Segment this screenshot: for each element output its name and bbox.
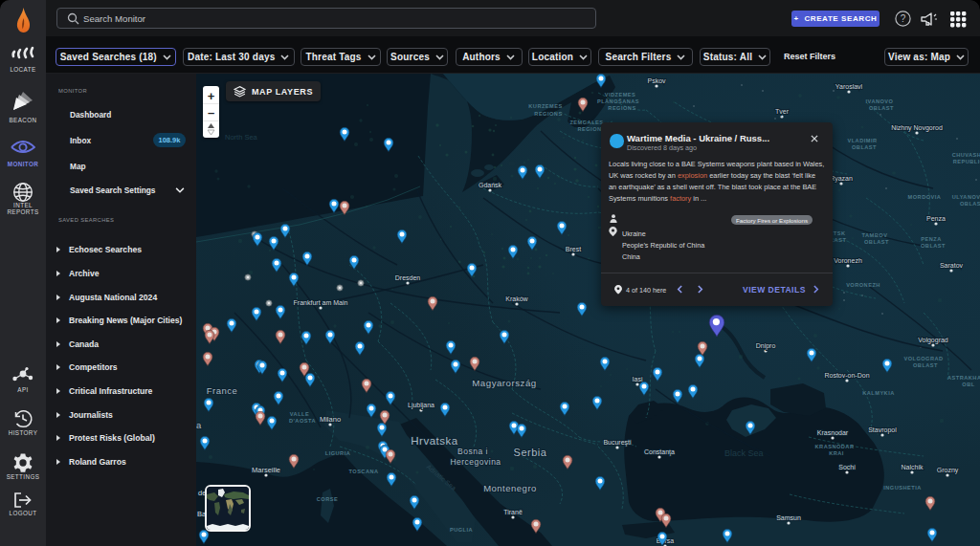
svg-text:IVANOVO: IVANOVO	[866, 98, 894, 104]
svg-text:Kraków: Kraków	[505, 295, 528, 302]
svg-text:KALMYKIA: KALMYKIA	[862, 390, 895, 396]
svg-text:France: France	[207, 385, 238, 396]
svg-text:LAST: LAST	[831, 237, 847, 243]
svg-text:Hrvatska: Hrvatska	[411, 435, 457, 447]
svg-text:OBLAST: OBLAST	[864, 239, 889, 245]
svg-text:Grozny: Grozny	[937, 467, 959, 474]
svg-text:Marseille: Marseille	[252, 466, 280, 474]
svg-text:VORONEZH: VORONEZH	[846, 282, 880, 288]
svg-text:CHUVASH: CHUVASH	[952, 152, 980, 158]
svg-text:Black Sea: Black Sea	[724, 448, 764, 458]
svg-text:PLĀNOŠANAS: PLĀNOŠANAS	[597, 98, 639, 104]
svg-text:Tver: Tver	[775, 108, 790, 115]
svg-text:OBLAST: OBLAST	[913, 362, 938, 368]
svg-text:CORSE: CORSE	[317, 496, 338, 502]
svg-text:Pskov: Pskov	[647, 77, 666, 84]
svg-text:Samsun: Samsun	[776, 514, 801, 521]
svg-text:VOLGOGRAD: VOLGOGRAD	[903, 356, 943, 361]
svg-text:Hercegovina: Hercegovina	[450, 457, 501, 467]
svg-text:?: ?	[901, 13, 906, 24]
svg-text:Constanţa: Constanţa	[644, 448, 675, 456]
svg-text:VIDZEMES: VIDZEMES	[605, 92, 636, 98]
svg-text:REGIONS: REGIONS	[534, 111, 562, 117]
svg-text:KRASNODAR: KRASNODAR	[815, 444, 855, 449]
svg-text:OBLAST: OBLAST	[921, 243, 946, 249]
svg-text:Serbia: Serbia	[514, 447, 547, 458]
svg-text:Iasi: Iasi	[633, 376, 643, 382]
svg-text:Brest: Brest	[566, 246, 581, 252]
svg-text:Ryazan: Ryazan	[830, 175, 853, 183]
svg-text:TAMBOV: TAMBOV	[862, 232, 888, 238]
svg-text:Magyarország: Magyarország	[472, 378, 536, 388]
svg-text:KURZEMES: KURZEMES	[528, 103, 562, 109]
svg-text:MORDOVIA: MORDOVIA	[908, 194, 942, 200]
svg-text:Volgograd: Volgograd	[918, 337, 948, 344]
svg-text:LIGURIA: LIGURIA	[325, 450, 351, 456]
svg-text:Nalchik: Nalchik	[902, 464, 924, 470]
svg-text:Krasnodar: Krasnodar	[817, 429, 849, 436]
svg-text:Dnipro: Dnipro	[756, 342, 776, 350]
svg-text:OBLAST: OBLAST	[960, 201, 980, 207]
svg-text:North Sea: North Sea	[225, 133, 258, 142]
svg-text:Montenegro: Montenegro	[483, 483, 537, 493]
svg-text:TOSCANA: TOSCANA	[348, 469, 378, 474]
svg-text:Rostov-on-Don: Rostov-on-Don	[824, 372, 869, 379]
svg-text:Ljubljana: Ljubljana	[408, 402, 434, 409]
svg-text:Penza: Penza	[926, 215, 946, 222]
svg-text:REGIONS: REGIONS	[608, 105, 635, 111]
svg-text:PUGLIA: PUGLIA	[450, 527, 473, 533]
svg-text:Stavropol: Stavropol	[868, 426, 897, 434]
svg-text:Gdańsk: Gdańsk	[479, 182, 502, 188]
svg-text:INGUSHETIA: INGUSHETIA	[883, 485, 922, 491]
svg-text:OBLAST: OBLAST	[852, 144, 877, 150]
svg-text:Voronezh: Voronezh	[834, 257, 862, 264]
svg-text:a: a	[196, 420, 202, 430]
svg-text:Bosna i: Bosna i	[457, 447, 488, 456]
svg-text:Saratov: Saratov	[940, 262, 964, 269]
svg-text:Milano: Milano	[320, 415, 341, 424]
svg-text:D'AOSTA: D'AOSTA	[289, 418, 316, 424]
svg-text:ULYANOVSK: ULYANOVSK	[952, 194, 980, 200]
svg-text:Nizhny Novgorod: Nizhny Novgorod	[891, 124, 943, 132]
svg-text:Yaroslavl: Yaroslavl	[835, 83, 863, 90]
svg-text:VALLE: VALLE	[290, 411, 309, 417]
svg-text:VLADIMIR: VLADIMIR	[847, 138, 877, 143]
svg-text:KRAI: KRAI	[829, 450, 844, 456]
svg-text:REPUBLIC: REPUBLIC	[953, 159, 980, 164]
svg-text:Dresden: Dresden	[395, 274, 421, 281]
svg-text:Frankfurt am Main: Frankfurt am Main	[294, 299, 348, 306]
svg-text:OBL: OBL	[962, 382, 974, 387]
svg-text:ZEMGALES: ZEMGALES	[569, 120, 603, 125]
svg-text:PENZA: PENZA	[921, 236, 941, 242]
svg-text:Bucureşti: Bucureşti	[603, 439, 632, 447]
svg-text:OBLAST: OBLAST	[869, 105, 894, 111]
svg-text:Tiranë: Tiranë	[503, 509, 523, 515]
svg-text:ASTRAKHAN: ASTRAKHAN	[947, 375, 980, 381]
svg-text:REGION: REGION	[577, 126, 601, 132]
svg-text:Sochi: Sochi	[838, 464, 856, 470]
